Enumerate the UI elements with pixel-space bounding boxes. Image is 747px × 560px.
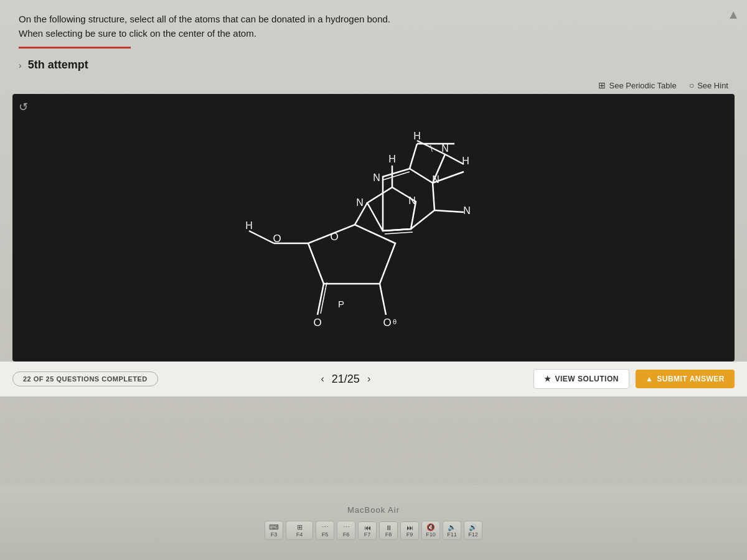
next-question-button[interactable]: › bbox=[365, 371, 373, 387]
questions-completed-badge: 22 OF 25 QUESTIONS COMPLETED bbox=[12, 371, 158, 386]
key-f4[interactable]: ⊞ F4 bbox=[286, 521, 313, 540]
svg-line-11 bbox=[410, 144, 417, 169]
see-hint-button[interactable]: ○ See Hint bbox=[689, 80, 728, 90]
scroll-up-button[interactable]: ▲ bbox=[727, 7, 740, 22]
bottom-bar: 22 OF 25 QUESTIONS COMPLETED ‹ 21/25 › ★… bbox=[0, 362, 747, 396]
molecule-inner: ↺ bbox=[12, 94, 735, 362]
view-solution-button[interactable]: ★ VIEW SOLUTION bbox=[533, 369, 629, 389]
main-content: On the following structure, select all o… bbox=[0, 0, 747, 485]
refresh-button[interactable]: ↺ bbox=[19, 100, 28, 114]
question-line-1: On the following structure, select all o… bbox=[19, 12, 728, 27]
svg-text:θ: θ bbox=[393, 318, 397, 325]
question-counter: 21/25 bbox=[332, 373, 360, 386]
key-f5[interactable]: ⋯ F5 bbox=[316, 521, 334, 540]
svg-text:O: O bbox=[273, 233, 281, 245]
key-f6[interactable]: ⋯ F6 bbox=[337, 521, 355, 540]
submit-icon: ▲ bbox=[646, 375, 653, 383]
molecule-diagram: H O O O O θ N N H bbox=[187, 110, 560, 346]
molecule-canvas[interactable]: ↺ bbox=[12, 94, 735, 362]
svg-line-14 bbox=[385, 232, 413, 234]
view-solution-icon: ★ bbox=[544, 375, 552, 383]
question-line-2: When selecting be sure to click on the c… bbox=[19, 27, 728, 41]
svg-marker-7 bbox=[367, 187, 416, 231]
keyboard-area: MacBook Air ⌨ F3 ⊞ F4 ⋯ F5 ⋯ F6 ⏮ F7 ⏸ F… bbox=[0, 485, 747, 560]
svg-text:H: H bbox=[413, 131, 421, 141]
svg-line-5 bbox=[380, 284, 386, 315]
svg-text:N: N bbox=[441, 143, 449, 154]
hint-icon: ○ bbox=[689, 80, 694, 90]
nav-controls: ‹ 21/25 › bbox=[318, 371, 373, 387]
key-f8[interactable]: ⏸ F8 bbox=[379, 521, 398, 540]
see-periodic-table-button[interactable]: ⊞ See Periodic Table bbox=[598, 80, 676, 90]
collapse-chevron[interactable]: › bbox=[19, 60, 22, 70]
svg-text:H: H bbox=[388, 154, 396, 164]
question-area: On the following structure, select all o… bbox=[0, 0, 747, 47]
svg-text:N: N bbox=[373, 172, 380, 183]
attempt-title: 5th attempt bbox=[28, 58, 88, 72]
svg-text:O: O bbox=[383, 317, 391, 329]
key-f12[interactable]: 🔊 F12 bbox=[464, 521, 482, 540]
svg-line-35 bbox=[445, 154, 464, 164]
svg-text:N: N bbox=[356, 197, 364, 208]
key-f10[interactable]: 🔇 F10 bbox=[421, 521, 440, 540]
svg-text:N: N bbox=[408, 195, 416, 206]
svg-text:O: O bbox=[330, 231, 338, 243]
svg-marker-0 bbox=[308, 225, 395, 284]
svg-text:O: O bbox=[313, 317, 321, 329]
tools-row: ⊞ See Periodic Table ○ See Hint bbox=[0, 77, 747, 94]
key-f9[interactable]: ⏭ F9 bbox=[400, 521, 419, 540]
attempt-header: › 5th attempt bbox=[0, 54, 747, 77]
keyboard-function-row: ⌨ F3 ⊞ F4 ⋯ F5 ⋯ F6 ⏮ F7 ⏸ F8 ⏭ F9 🔇 F1 bbox=[265, 521, 482, 540]
prev-question-button[interactable]: ‹ bbox=[318, 371, 326, 387]
svg-line-3 bbox=[317, 284, 324, 315]
macbook-label: MacBook Air bbox=[347, 505, 400, 515]
key-f7[interactable]: ⏮ F7 bbox=[358, 521, 377, 540]
svg-line-2 bbox=[249, 231, 274, 243]
key-f3[interactable]: ⌨ F3 bbox=[265, 521, 283, 540]
svg-line-13 bbox=[435, 210, 464, 212]
periodic-table-icon: ⊞ bbox=[598, 80, 606, 90]
attempt-underline bbox=[19, 47, 131, 49]
key-f11[interactable]: 🔉 F11 bbox=[443, 521, 461, 540]
svg-text:H: H bbox=[245, 220, 253, 231]
svg-text:N: N bbox=[463, 205, 471, 216]
submit-answer-button[interactable]: ▲ SUBMIT ANSWER bbox=[636, 370, 735, 388]
svg-text:P: P bbox=[338, 299, 344, 309]
